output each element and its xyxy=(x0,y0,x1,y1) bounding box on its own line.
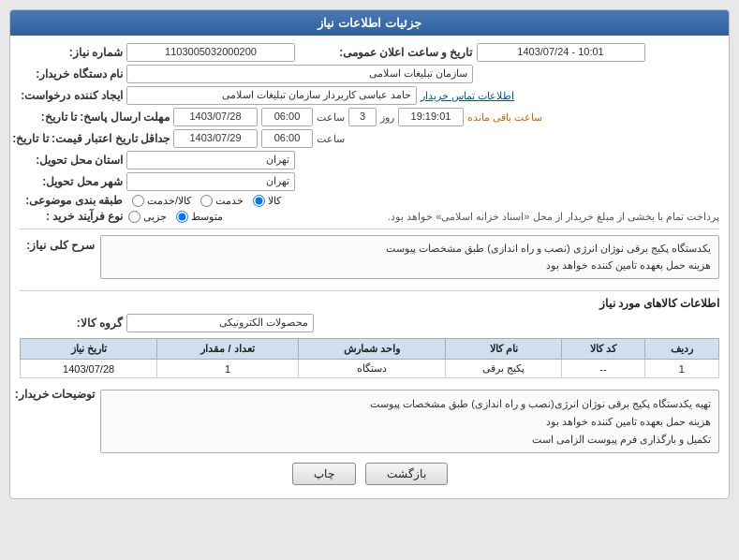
cell-vahed: دستگاه xyxy=(298,360,445,378)
idad-konande-label: ایجاد کننده درخواست: xyxy=(20,89,123,102)
gorohe-kala-value: محصولات الکترونیکی xyxy=(126,314,314,332)
cell-kod: -- xyxy=(562,360,644,378)
nooe-farayand-text: پرداخت تمام با بخشی از مبلغ خریدار از مح… xyxy=(229,211,719,223)
col-nam: نام کالا xyxy=(445,339,562,360)
mohlet-date-value: 1403/07/28 xyxy=(173,108,258,126)
nooe-radio-group: جزیی متوسط xyxy=(128,211,223,223)
jadaval-label: جداقل تاریخ اعتبار قیمت: تا تاریخ: xyxy=(20,132,170,145)
radio-mottaset[interactable]: متوسط xyxy=(176,211,223,223)
col-tedad: تعداد / مقدار xyxy=(157,339,299,360)
tosihaat-line2: هزینه حمل بعهده تامین کننده خواهد بود xyxy=(109,413,711,431)
tabaghe-radio-group: کالا/خدمت خدمت کالا xyxy=(132,195,281,207)
sarj-label: سرح کلی نیاز: xyxy=(20,235,95,252)
shahr-value: تهران xyxy=(126,172,295,191)
saet-label2: ساعت xyxy=(317,133,345,145)
gorohe-kala-label: گروه کالا: xyxy=(20,317,123,330)
radio-kala-khedmat[interactable]: کالا/خدمت xyxy=(132,195,191,207)
tosihaat-line1: تهیه یکدستگاه پکیج برقی نوژان انرژی(نصب … xyxy=(109,395,711,413)
shomare-niaz-value: 1103005032000200 xyxy=(126,43,295,62)
chap-button[interactable]: چاپ xyxy=(292,463,356,485)
saet-baghi-value: 19:19:01 xyxy=(398,108,464,126)
ostan-value: تهران xyxy=(126,151,295,169)
radio-kala[interactable]: کالا xyxy=(253,195,281,207)
header-title: جزئیات اطلاعات نیاز xyxy=(318,16,421,30)
jadaval-saet-value: 06:00 xyxy=(261,129,313,148)
shahr-label: شهر محل تحویل: xyxy=(20,175,123,188)
bazgasht-button[interactable]: بازگشت xyxy=(365,463,448,485)
button-row: بازگشت چاپ xyxy=(20,463,719,485)
saet-label: ساعت xyxy=(317,111,345,124)
jadaval-date-value: 1403/07/29 xyxy=(173,129,258,148)
tarikh-ersal-value: 1403/07/24 - 10:01 xyxy=(477,43,645,62)
cell-radif: 1 xyxy=(644,360,718,378)
radio-khedmat[interactable]: خدمت xyxy=(200,195,244,207)
page-header: جزئیات اطلاعات نیاز xyxy=(10,10,729,36)
cell-nam: پکیج برقی xyxy=(445,360,562,378)
tosihaat-box: تهیه یکدستگاه پکیج برقی نوژان انرژی(نصب … xyxy=(100,390,719,453)
tabaghe-label: طبقه بندی موضوعی: xyxy=(20,194,123,207)
shomare-niaz-label: شماره نیاز: xyxy=(20,46,123,59)
nooe-label: نوع فرآیند خرید : xyxy=(20,210,123,223)
rooz-label: روز xyxy=(380,111,394,124)
tarikh-ersal-label: تاریخ و ساعت اعلان عمومی: xyxy=(370,46,473,59)
products-table-wrapper: ردیف کد کالا نام کالا واحد شمارش تعداد /… xyxy=(20,338,719,378)
divider-1 xyxy=(20,228,719,229)
rooz-value: 3 xyxy=(348,108,377,126)
saet-baghi-label: ساعت باقی مانده xyxy=(467,111,542,124)
nam-dastgah-value: سازمان تبلیغات اسلامی xyxy=(126,65,473,83)
idad-konande-link[interactable]: اطلاعات تماس خریدار xyxy=(421,90,514,102)
tosihaat-label: توضیحات خریدار: xyxy=(20,384,95,401)
products-section-title: اطلاعات کالاهای مورد نیاز xyxy=(20,297,719,310)
radio-jozeyi[interactable]: جزیی xyxy=(128,211,167,223)
divider-2 xyxy=(20,290,719,291)
sarj-line1: یکدستگاه پکیج برقی نوژان انرژی (نصب و را… xyxy=(109,241,711,258)
nam-dastgah-label: نام دستگاه خریدار: xyxy=(20,67,123,81)
products-table: ردیف کد کالا نام کالا واحد شمارش تعداد /… xyxy=(20,338,719,378)
mohlet-ersal-label: مهلت ارسال پاسخ: تا تاریخ: xyxy=(20,111,170,124)
ostan-label: استان محل تحویل: xyxy=(20,154,123,167)
col-kod: کد کالا xyxy=(562,339,644,360)
tosihaat-line3: تکمیل و بارگذاری فرم پیوست الزامی است xyxy=(109,431,711,449)
mohlet-saet-value: 06:00 xyxy=(261,108,313,126)
col-radif: ردیف xyxy=(644,339,718,360)
table-row: 1--پکیج برقیدستگاه11403/07/28 xyxy=(21,360,719,378)
col-vahed: واحد شمارش xyxy=(298,339,445,360)
sarj-line2: هزینه حمل بعهده تامین کننده خواهد بود xyxy=(109,258,711,274)
cell-tarikh: 1403/07/28 xyxy=(21,360,157,378)
sarj-box: یکدستگاه پکیج برقی نوژان انرژی (نصب و را… xyxy=(100,235,719,279)
idad-konande-value: حامد عباسی کاربردار سازمان تبلیغات اسلام… xyxy=(126,86,417,105)
cell-tedad: 1 xyxy=(157,360,299,378)
col-tarikh: تاریخ نیاز xyxy=(21,339,157,360)
